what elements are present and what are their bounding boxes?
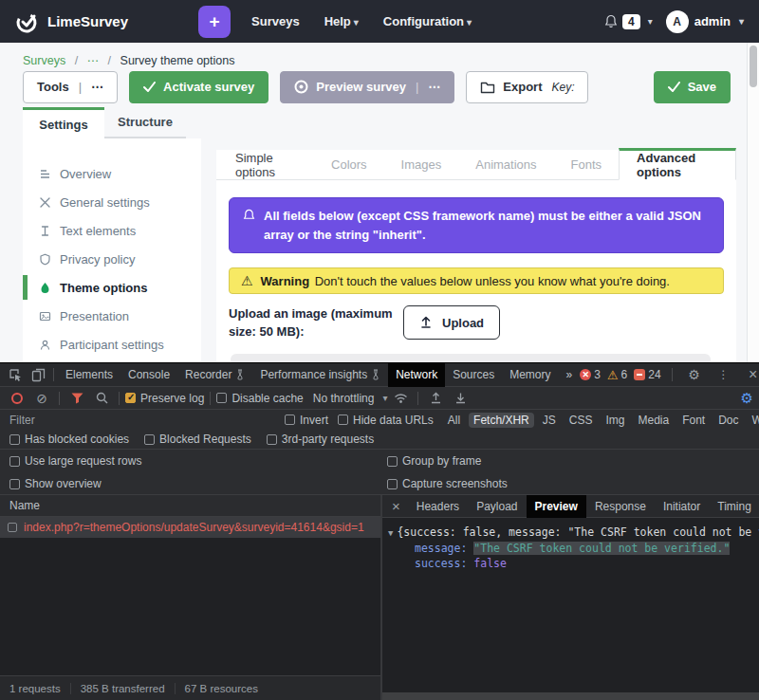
devtools-tab-elements[interactable]: Elements	[58, 363, 120, 387]
filter-type-ws[interactable]: WS	[748, 413, 759, 428]
scrollbar-thumb[interactable]	[750, 46, 757, 87]
blocked-requests-checkbox[interactable]: Blocked Requests	[144, 433, 251, 446]
horizontal-scrollbar[interactable]	[382, 692, 759, 700]
console-errors-badge[interactable]: ✕3	[580, 368, 601, 381]
page-scrollbar[interactable]	[747, 43, 759, 362]
sidebar-item-presentation[interactable]: Presentation	[23, 302, 201, 330]
devtools-tab-performance-insights[interactable]: Performance insights	[252, 363, 388, 387]
filter-type-all[interactable]: All	[443, 413, 465, 428]
nav-configuration[interactable]: Configuration▾	[383, 14, 472, 28]
tab-images[interactable]: Images	[384, 150, 459, 179]
upload-button[interactable]: Upload	[403, 305, 500, 340]
group-by-frame-checkbox[interactable]: Group by frame	[387, 454, 759, 468]
tools-more-icon[interactable]: ⋯	[91, 80, 103, 94]
save-button[interactable]: Save	[654, 71, 731, 103]
tab-fonts[interactable]: Fonts	[554, 150, 620, 179]
sidebar-item-participant-settings[interactable]: Participant settings	[23, 330, 201, 359]
tab-simple-options[interactable]: Simple options	[218, 150, 314, 179]
tools-button[interactable]: Tools|⋯	[23, 71, 118, 103]
name-column-header[interactable]: Name	[0, 495, 380, 517]
disable-cache-checkbox[interactable]: Disable cache	[216, 392, 303, 405]
inspect-element-icon[interactable]	[4, 363, 27, 386]
sidebar-item-privacy-policy[interactable]: Privacy policy	[23, 245, 201, 273]
network-settings-gear-icon[interactable]: ⚙	[741, 390, 753, 407]
filter-funnel-button[interactable]	[65, 387, 88, 410]
capture-screenshots-checkbox[interactable]: Capture screenshots	[387, 477, 759, 490]
filter-type-doc[interactable]: Doc	[713, 413, 743, 428]
devtools-menu-icon[interactable]: ⋮	[713, 363, 735, 386]
detail-tab-headers[interactable]: Headers	[408, 495, 468, 518]
import-har-icon[interactable]	[424, 387, 447, 410]
filter-type-fetch-xhr[interactable]: Fetch/XHR	[469, 413, 534, 428]
expand-triangle-icon[interactable]: ▼	[388, 525, 393, 541]
more-tabs-button[interactable]: »	[559, 363, 581, 387]
close-detail-icon[interactable]: ×	[384, 498, 408, 514]
create-survey-button[interactable]: +	[198, 6, 231, 38]
tab-advanced-options[interactable]: Advanced options	[619, 148, 736, 180]
tab-settings[interactable]: Settings	[23, 107, 104, 138]
has-blocked-cookies-checkbox[interactable]: Has blocked cookies	[9, 433, 129, 446]
detail-tab-timing[interactable]: Timing	[709, 495, 759, 518]
breadcrumb-surveys-link[interactable]: Surveys	[23, 54, 65, 67]
invert-checkbox[interactable]: Invert	[285, 414, 328, 427]
network-conditions-icon[interactable]	[389, 387, 412, 410]
preview-survey-button[interactable]: Preview survey|⋯	[280, 71, 454, 103]
filter-type-media[interactable]: Media	[633, 413, 674, 428]
filter-type-font[interactable]: Font	[677, 413, 710, 428]
hide-data-urls-checkbox[interactable]: Hide data URLs	[338, 414, 434, 427]
request-list-pane: Name index.php?r=themeOptions/updateSurv…	[0, 495, 382, 700]
tab-colors[interactable]: Colors	[314, 150, 384, 179]
filter-input[interactable]: Filter	[9, 414, 275, 427]
checkbox-icon	[9, 434, 20, 445]
request-row[interactable]: index.php?r=themeOptions/updateSurvey&su…	[0, 517, 380, 538]
brand[interactable]: LimeSurvey	[15, 9, 128, 34]
json-root-node[interactable]: ▼{success: false, message: "The CSRF tok…	[388, 525, 753, 541]
use-large-request-rows-checkbox[interactable]: Use large request rows	[9, 454, 387, 468]
preview-more-icon[interactable]: ⋯	[428, 80, 440, 94]
detail-tab-preview[interactable]: Preview	[527, 495, 586, 518]
record-network-log-button[interactable]	[6, 387, 28, 410]
clear-network-log-button[interactable]: ⊘	[30, 387, 53, 410]
nav-surveys[interactable]: Surveys	[251, 14, 300, 28]
tab-structure[interactable]: Structure	[104, 107, 186, 138]
activate-survey-button[interactable]: Activate survey	[129, 71, 268, 103]
filter-type-css[interactable]: CSS	[565, 413, 598, 428]
filter-type-img[interactable]: Img	[601, 413, 629, 428]
third-party-requests-checkbox[interactable]: 3rd-party requests	[267, 433, 374, 446]
devtools-tab-console[interactable]: Console	[120, 363, 177, 387]
show-overview-checkbox[interactable]: Show overview	[9, 477, 387, 490]
devtools-panel: Elements Console Recorder Performance in…	[0, 362, 759, 700]
devtools-close-icon[interactable]: ×	[742, 363, 759, 386]
device-toolbar-icon[interactable]	[27, 363, 49, 386]
sidebar-item-text-elements[interactable]: Text elements	[23, 216, 201, 245]
issues-badge[interactable]: 24	[634, 368, 660, 381]
tab-animations[interactable]: Animations	[458, 150, 553, 179]
devtools-tab-network[interactable]: Network	[388, 363, 445, 387]
detail-tab-payload[interactable]: Payload	[468, 495, 526, 518]
nav-help[interactable]: Help▾	[324, 14, 359, 28]
search-icon[interactable]	[90, 387, 113, 410]
breadcrumb-ellipsis[interactable]: ⋯	[87, 54, 100, 67]
notifications-button[interactable]: 4 ▾	[604, 14, 653, 29]
user-menu[interactable]: A admin ▾	[666, 10, 744, 33]
devtools-tab-recorder[interactable]: Recorder	[177, 363, 252, 387]
network-options: Use large request rows Group by frame Sh…	[0, 450, 759, 495]
export-har-icon[interactable]	[449, 387, 472, 410]
preserve-log-checkbox[interactable]: Preserve log	[125, 392, 204, 405]
devtools-tab-memory[interactable]: Memory	[502, 363, 558, 387]
detail-tab-response[interactable]: Response	[586, 495, 655, 518]
upload-image-label: Upload an image (maximum size: 50 MB):	[229, 305, 403, 341]
sidebar-item-general-settings[interactable]: General settings	[23, 188, 201, 216]
settings-structure-tabs: Settings Structure	[23, 107, 186, 138]
export-button[interactable]: ExportKey:	[466, 71, 588, 103]
throttling-dropdown[interactable]: No throttling▾	[313, 392, 388, 405]
sidebar-item-overview[interactable]: Overview	[23, 159, 201, 188]
devtools-tab-sources[interactable]: Sources	[445, 363, 502, 387]
json-success-property[interactable]: success: false	[388, 556, 753, 571]
detail-tab-initiator[interactable]: Initiator	[655, 495, 709, 518]
devtools-settings-gear-icon[interactable]: ⚙	[683, 363, 706, 386]
filter-type-js[interactable]: JS	[538, 413, 561, 428]
json-message-property[interactable]: message: "The CSRF token could not be ve…	[388, 541, 753, 556]
console-warnings-badge[interactable]: ⚠6	[607, 368, 627, 381]
sidebar-item-theme-options[interactable]: Theme options	[23, 273, 201, 302]
